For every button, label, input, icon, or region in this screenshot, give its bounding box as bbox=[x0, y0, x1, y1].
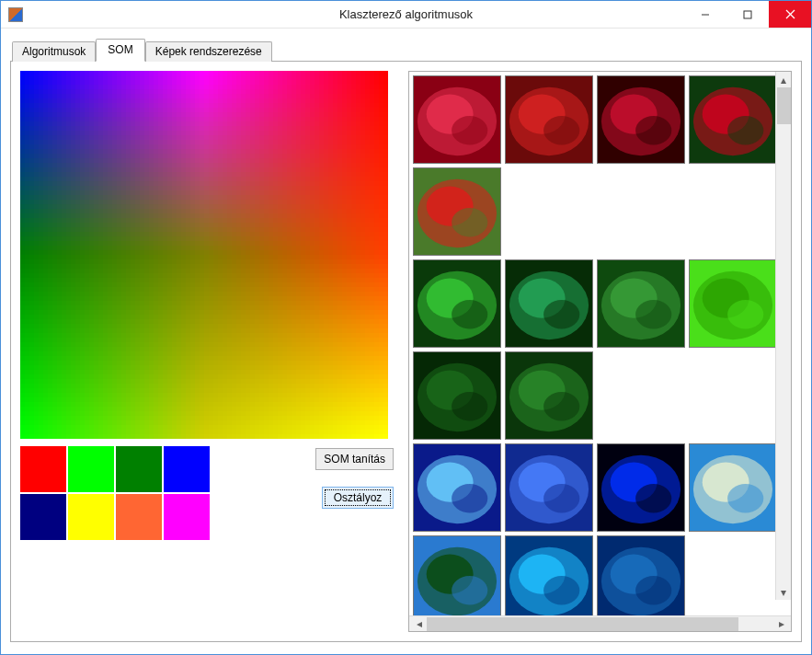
thumb-empty bbox=[597, 351, 685, 440]
thumb-red-0[interactable] bbox=[413, 75, 501, 164]
svg-point-47 bbox=[543, 392, 579, 420]
swatch-1 bbox=[68, 446, 114, 492]
thumb-green-4[interactable] bbox=[413, 351, 501, 440]
thumb-green-1[interactable] bbox=[505, 259, 593, 348]
scroll-down-arrow-icon[interactable]: ▾ bbox=[776, 584, 791, 600]
tabstrip: Algoritmusok SOM Képek rendszerezése bbox=[12, 38, 802, 61]
svg-point-7 bbox=[452, 116, 487, 144]
svg-point-23 bbox=[452, 208, 487, 236]
swatch-7 bbox=[164, 494, 210, 540]
thumb-green-5[interactable] bbox=[505, 351, 593, 440]
thumb-blue-0[interactable] bbox=[413, 443, 501, 532]
client-area: Algoritmusok SOM Képek rendszerezése SOM… bbox=[1, 29, 811, 654]
thumb-red-2[interactable] bbox=[597, 75, 685, 164]
swatch-0 bbox=[20, 446, 66, 492]
left-pane: SOM tanítás Osztályoz bbox=[20, 71, 397, 632]
class-swatches bbox=[20, 446, 210, 540]
som-canvas bbox=[20, 71, 388, 439]
thumb-blue-3[interactable] bbox=[689, 443, 777, 532]
thumb-empty bbox=[689, 351, 777, 440]
swatch-row: SOM tanítás Osztályoz bbox=[20, 446, 397, 540]
tab-label: SOM bbox=[108, 43, 132, 56]
thumb-green-3[interactable] bbox=[689, 259, 777, 348]
vertical-scrollbar[interactable]: ▴ ▾ bbox=[775, 72, 791, 600]
window-titlebar: Klaszterező algoritmusok bbox=[1, 1, 811, 29]
svg-point-51 bbox=[452, 484, 487, 512]
action-buttons: SOM tanítás Osztályoz bbox=[315, 446, 397, 540]
svg-point-75 bbox=[635, 576, 671, 604]
thumb-red-1[interactable] bbox=[505, 75, 593, 164]
tabpage-som: SOM tanítás Osztályoz bbox=[10, 61, 802, 642]
svg-point-67 bbox=[452, 576, 487, 604]
swatch-2 bbox=[116, 446, 162, 492]
thumb-empty bbox=[689, 535, 777, 615]
thumb-blue-2[interactable] bbox=[597, 443, 685, 532]
swatch-5 bbox=[68, 494, 114, 540]
svg-point-19 bbox=[727, 116, 763, 144]
svg-point-55 bbox=[543, 484, 579, 512]
scroll-right-arrow-icon[interactable]: ▸ bbox=[773, 616, 789, 631]
scroll-thumb[interactable] bbox=[427, 617, 738, 631]
scroll-thumb[interactable] bbox=[777, 87, 791, 124]
thumbs-grid bbox=[409, 72, 791, 615]
thumb-green-0[interactable] bbox=[413, 259, 501, 348]
classify-button[interactable]: Osztályoz bbox=[322, 487, 394, 509]
svg-point-63 bbox=[727, 484, 763, 512]
tab-algoritmusok[interactable]: Algoritmusok bbox=[12, 41, 96, 62]
thumb-empty bbox=[505, 167, 593, 256]
tab-kepek[interactable]: Képek rendszerezése bbox=[145, 41, 272, 62]
thumb-blue-1[interactable] bbox=[505, 443, 593, 532]
window-buttons bbox=[684, 1, 811, 28]
close-button[interactable] bbox=[769, 1, 811, 28]
hscroll-track[interactable] bbox=[427, 617, 773, 631]
thumb-red-4[interactable] bbox=[413, 167, 501, 256]
svg-point-71 bbox=[543, 576, 579, 604]
som-color-map bbox=[20, 71, 388, 439]
tab-som[interactable]: SOM bbox=[96, 39, 144, 62]
train-button[interactable]: SOM tanítás bbox=[315, 448, 394, 470]
thumb-empty bbox=[597, 167, 685, 256]
results-panel: ▴ ▾ ◂ ▸ bbox=[408, 71, 792, 632]
svg-rect-1 bbox=[744, 11, 751, 18]
svg-point-35 bbox=[635, 300, 671, 328]
scroll-left-arrow-icon[interactable]: ◂ bbox=[411, 616, 427, 631]
svg-point-39 bbox=[727, 300, 763, 328]
thumb-empty bbox=[689, 167, 777, 256]
thumbs-viewport: ▴ ▾ bbox=[409, 72, 791, 615]
svg-point-59 bbox=[635, 484, 671, 512]
app-icon bbox=[8, 7, 23, 22]
tab-label: Algoritmusok bbox=[22, 45, 86, 58]
thumb-blue-4[interactable] bbox=[413, 535, 501, 615]
tab-label: Képek rendszerezése bbox=[155, 45, 262, 58]
thumb-green-2[interactable] bbox=[597, 259, 685, 348]
svg-point-11 bbox=[543, 116, 579, 144]
svg-point-27 bbox=[452, 300, 487, 328]
swatch-3 bbox=[164, 446, 210, 492]
maximize-button[interactable] bbox=[726, 1, 769, 28]
svg-point-43 bbox=[452, 392, 487, 420]
swatch-6 bbox=[116, 494, 162, 540]
thumb-red-3[interactable] bbox=[689, 75, 777, 164]
horizontal-scrollbar[interactable]: ◂ ▸ bbox=[409, 615, 791, 631]
thumb-blue-6[interactable] bbox=[597, 535, 685, 615]
scroll-up-arrow-icon[interactable]: ▴ bbox=[776, 72, 791, 87]
svg-point-31 bbox=[543, 300, 579, 328]
swatch-4 bbox=[20, 494, 66, 540]
minimize-button[interactable] bbox=[684, 1, 726, 28]
thumb-blue-5[interactable] bbox=[505, 535, 593, 615]
svg-point-15 bbox=[635, 116, 671, 144]
